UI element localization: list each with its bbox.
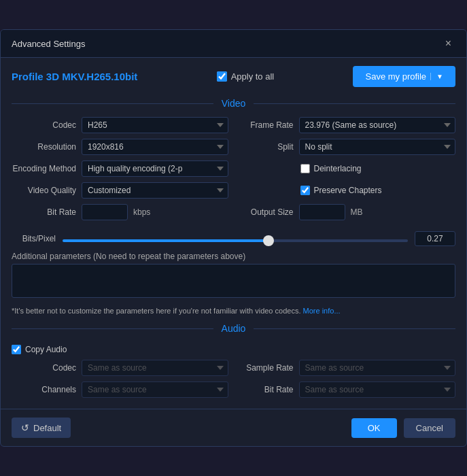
ok-button[interactable]: OK [351,418,397,438]
bitspixel-label: Bits/Pixel [12,234,56,243]
samplerate-select[interactable]: Same as source [299,360,456,376]
encoding-select[interactable]: High quality encoding (2-p [82,160,228,177]
title-bar: Advanced Settings × [1,30,466,58]
resolution-label: Resolution [12,142,76,152]
advanced-settings-dialog: Advanced Settings × Profile 3D MKV.H265.… [0,29,467,447]
outputsize-unit: MB [351,207,363,217]
video-section-divider: Video [1,98,466,109]
deinterlacing-checkbox[interactable] [300,164,310,173]
channels-label: Channels [12,385,76,394]
preservechapters-checkbox[interactable] [300,186,310,195]
bitspixel-slider-container [63,234,408,244]
audio-bitrate-select[interactable]: Same as source [299,381,456,398]
deinterlacing-row: Deinterlacing [239,160,456,177]
outputsize-input[interactable]: 11005 [299,204,345,220]
apply-all-checkbox[interactable] [217,71,227,82]
audio-bitrate-row: Bit Rate Same as source [239,381,456,398]
framerate-label: Frame Rate [239,120,294,130]
save-profile-label: Save my profile [365,71,426,82]
header-row: Profile 3D MKV.H265.10bit Apply to all S… [1,58,466,95]
videoquality-label: Video Quality [12,186,76,195]
close-button[interactable]: × [441,37,455,50]
audio-codec-row: Codec Same as source [12,360,228,376]
bitrate-unit: kbps [133,207,150,217]
samplerate-row: Sample Rate Same as source [239,360,456,376]
encoding-label: Encoding Method [12,164,76,173]
additional-params-section: Additional parameters (No need to repeat… [1,252,466,304]
footer-right: OK Cancel [351,418,455,438]
split-select[interactable]: No split [299,139,456,155]
copy-audio-row: Copy Audio [1,339,466,357]
preservechapters-group: Preserve Chapters [300,186,382,195]
preservechapters-row: Preserve Chapters [239,182,456,199]
resolution-select[interactable]: 1920x816 [82,139,228,155]
copyaudio-checkbox[interactable] [12,345,21,354]
copyaudio-group: Copy Audio [12,345,455,354]
preservechapters-label: Preserve Chapters [314,186,382,195]
samplerate-label: Sample Rate [239,363,294,373]
dialog-title: Advanced Settings [12,39,85,49]
bitspixel-row: Bits/Pixel 0.27 [1,226,466,252]
audio-line-left [12,328,213,329]
section-line-right [254,103,455,104]
resolution-row: Resolution 1920x816 [12,139,228,155]
apply-all-group: Apply to all [217,71,275,82]
save-profile-dropdown-arrow: ▼ [430,73,443,80]
cancel-button[interactable]: Cancel [404,418,455,438]
codec-label: Codec [12,120,76,130]
profile-name: Profile 3D MKV.H265.10bit [12,71,137,82]
copyaudio-label: Copy Audio [25,345,67,354]
bitspixel-value: 0.27 [415,231,455,246]
bitrate-input[interactable]: 9992 [82,204,128,220]
framerate-select[interactable]: 23.976 (Same as source) [299,117,456,133]
audio-codec-label: Codec [12,363,76,373]
split-row: Split No split [239,139,456,155]
videoquality-row: Video Quality Customized [12,182,228,199]
bitrate-row: Bit Rate 9992 kbps [12,204,228,220]
audio-section-title: Audio [213,323,254,334]
audio-section-divider: Audio [1,323,466,334]
encoding-row: Encoding Method High quality encoding (2… [12,160,228,177]
save-profile-button[interactable]: Save my profile ▼ [353,66,455,87]
bitrate-label: Bit Rate [12,207,76,217]
video-section-content: Codec H265 Frame Rate 23.976 (Same as so… [1,114,466,226]
additional-params-input[interactable] [12,264,455,298]
outputsize-row: Output Size 11005 MB [239,204,456,220]
footer: ↺ Default OK Cancel [1,409,466,446]
audio-codec-select[interactable]: Same as source [82,360,228,376]
additional-params-label: Additional parameters (No need to repeat… [12,252,455,261]
apply-all-label: Apply to all [231,71,275,82]
codec-select[interactable]: H265 [82,117,228,133]
outputsize-label: Output Size [239,207,294,217]
audio-form-grid: Codec Same as source Sample Rate Same as… [12,360,455,398]
default-label: Default [33,423,61,433]
codec-row: Codec H265 [12,117,228,133]
videoquality-select[interactable]: Customized [82,182,228,199]
refresh-icon: ↺ [21,422,29,433]
split-label: Split [239,142,294,152]
video-form-grid: Codec H265 Frame Rate 23.976 (Same as so… [12,117,455,220]
default-button[interactable]: ↺ Default [12,418,71,438]
params-warning: *It's better not to customize the parame… [1,304,466,320]
audio-line-right [254,328,455,329]
audio-bitrate-label: Bit Rate [239,385,294,394]
video-section-title: Video [213,98,254,109]
section-line-left [12,103,213,104]
channels-select[interactable]: Same as source [82,381,228,398]
more-info-link[interactable]: More info... [303,307,341,315]
audio-section-content: Codec Same as source Sample Rate Same as… [1,357,466,403]
deinterlacing-group: Deinterlacing [300,164,362,173]
channels-row: Channels Same as source [12,381,228,398]
bitspixel-slider[interactable] [63,239,408,242]
params-warning-text: *It's better not to customize the parame… [12,307,300,315]
framerate-row: Frame Rate 23.976 (Same as source) [239,117,456,133]
deinterlacing-label: Deinterlacing [314,164,362,173]
